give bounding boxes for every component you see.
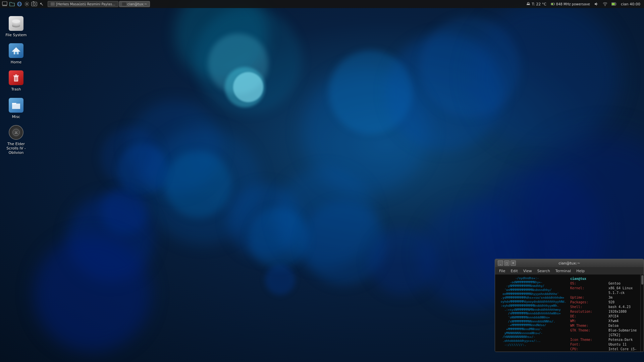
- taskbar-file-manager[interactable]: [9, 1, 15, 7]
- terminal-menu-terminal[interactable]: Terminal: [553, 267, 574, 275]
- home-label: Home: [11, 60, 21, 64]
- filesystem-icon: [8, 15, 24, 32]
- wifi-indicator[interactable]: [602, 2, 608, 6]
- wm-close-btn[interactable]: ✕: [511, 260, 516, 266]
- svg-point-7: [33, 3, 36, 5]
- terminal-menu-search[interactable]: Search: [535, 267, 553, 275]
- desktop-icon-trash[interactable]: Trash: [3, 68, 30, 94]
- scroll-thumb: [641, 275, 643, 285]
- taskbar-window-terminal[interactable]: cian@tux:~: [119, 1, 150, 7]
- terminal-menu-help[interactable]: Help: [574, 267, 587, 275]
- home-icon: [8, 43, 24, 59]
- misc-label: Misc: [12, 115, 20, 119]
- desktop-icons: File System Home: [0, 11, 32, 161]
- taskbar-show-desktop[interactable]: [1, 1, 8, 7]
- user-label[interactable]: cian 40:00: [620, 2, 641, 6]
- taskbar-cursor: ↖: [38, 1, 45, 7]
- volume-indicator[interactable]: [593, 2, 600, 6]
- terminal-menu-edit[interactable]: Edit: [508, 267, 520, 275]
- taskbar-screenshot[interactable]: [31, 1, 38, 7]
- taskbar-left: ↖: [0, 1, 45, 7]
- terminal-menu-file[interactable]: File: [496, 267, 508, 275]
- svg-point-5: [26, 3, 28, 5]
- terminal-titlebar[interactable]: _ □ ✕ cian@tux:~: [495, 259, 644, 267]
- svg-rect-9: [51, 2, 55, 6]
- svg-point-24: [12, 19, 20, 23]
- taskbar-web-browser[interactable]: [16, 1, 23, 7]
- svg-rect-18: [612, 3, 615, 5]
- terminal-window: _ □ ✕ cian@tux:~ File Edit View Search T…: [495, 259, 644, 352]
- svg-rect-8: [33, 1, 34, 2]
- power-indicator[interactable]: 848 MHz powersave: [549, 2, 591, 6]
- terminal-scrollbar[interactable]: [640, 275, 644, 352]
- terminal-info-panel: cian@tuxOS:GentooKernel:x86_64 Linux 5.1…: [570, 277, 638, 350]
- terminal-ascii-art: -/oydhndhs+:- -odNMMMMMMMMMNhy+- -yNMMMM…: [497, 277, 566, 350]
- trash-icon: [8, 70, 24, 86]
- desktop-icon-home[interactable]: Home: [3, 41, 30, 66]
- elder-scrolls-label: The Elder Scrolls IV - Oblivion: [4, 142, 28, 155]
- elder-scrolls-icon: ⚔: [8, 124, 24, 140]
- terminal-body[interactable]: -/oydhndhs+:- -odNMMMMMMMMMNhy+- -yNMMMM…: [495, 275, 640, 352]
- terminal-menu-view[interactable]: View: [521, 267, 535, 275]
- svg-point-16: [605, 5, 605, 6]
- misc-icon: [8, 97, 24, 113]
- filesystem-label: File System: [6, 33, 27, 37]
- desktop-icon-filesystem[interactable]: File System: [3, 13, 30, 39]
- svg-rect-13: [551, 3, 553, 5]
- system-tray: T: 22 °C 848 MHz powersave cian 40:00: [525, 2, 644, 6]
- svg-text:⚔: ⚔: [14, 130, 18, 135]
- svg-rect-28: [13, 75, 19, 76]
- battery-indicator[interactable]: [610, 2, 618, 6]
- svg-marker-15: [595, 2, 597, 6]
- svg-rect-6: [32, 2, 37, 6]
- taskbar-window-screenshot[interactable]: [Herkes Masaüstü Resmini Paylas...: [48, 1, 118, 7]
- svg-rect-10: [122, 2, 126, 6]
- trash-label: Trash: [11, 87, 21, 92]
- svg-rect-0: [2, 2, 7, 5]
- svg-rect-29: [15, 74, 17, 75]
- taskbar: ↖ [Herkes Masaüstü Resmini Paylas... cia…: [0, 0, 644, 8]
- terminal-title: cian@tux:~: [497, 261, 642, 265]
- wm-maximize-btn[interactable]: □: [504, 260, 509, 266]
- weather-indicator[interactable]: T: 22 °C: [525, 2, 547, 6]
- wm-minimize-btn[interactable]: _: [498, 260, 503, 266]
- desktop-icon-elder-scrolls[interactable]: ⚔ The Elder Scrolls IV - Oblivion: [3, 122, 30, 157]
- svg-rect-26: [15, 52, 17, 54]
- taskbar-settings[interactable]: [23, 1, 30, 7]
- taskbar-windows: [Herkes Masaüstü Resmini Paylas... cian@…: [48, 1, 150, 7]
- terminal-menubar: File Edit View Search Terminal Help: [495, 267, 644, 275]
- desktop-icon-misc[interactable]: Misc: [3, 95, 30, 121]
